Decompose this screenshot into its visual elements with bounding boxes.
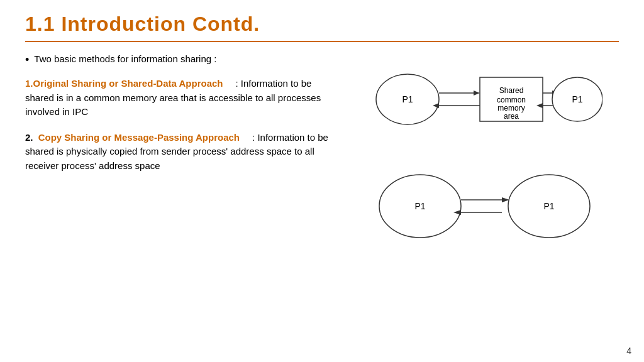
svg-text:P1: P1: [543, 201, 554, 211]
diagram1-p1-left: P1: [402, 94, 413, 104]
slide: 1.1 Introduction Contd. • Two basic meth…: [0, 0, 644, 362]
page-number: 4: [626, 346, 631, 356]
svg-text:P1: P1: [402, 94, 413, 104]
bullet-symbol: •: [25, 52, 29, 68]
svg-text:Shared: Shared: [499, 86, 523, 95]
svg-text:memory: memory: [497, 104, 525, 112]
diagram2: P1 P1: [364, 165, 602, 247]
svg-text:P1: P1: [414, 201, 425, 211]
title-divider: [25, 41, 619, 42]
svg-text:area: area: [504, 112, 519, 121]
diagram1-svg: P1 Shared common memory area: [364, 58, 602, 140]
slide-title: 1.1 Introduction Contd.: [25, 13, 619, 36]
text-section: • Two basic methods for information shar…: [25, 52, 340, 247]
approach1-block: 1.Original Sharing or Shared-Data Approa…: [25, 77, 340, 119]
diagram2-p1-right: P1: [543, 201, 554, 211]
approach2-block: 2. Copy Sharing or Message-Passing Appro…: [25, 131, 340, 173]
bullet-text: Two basic methods for information sharin…: [34, 52, 216, 67]
diagram2-svg: P1 P1: [364, 165, 602, 247]
diagrams-section: P1 Shared common memory area: [347, 52, 619, 247]
diagram2-p1-left: P1: [414, 201, 425, 211]
svg-marker-3: [474, 90, 480, 96]
approach1-title: 1.Original Sharing or Shared-Data Approa…: [25, 78, 223, 89]
bullet-point: • Two basic methods for information shar…: [25, 52, 340, 68]
approach2-title: Copy Sharing or Message-Passing Approach: [38, 132, 240, 143]
diagram1-p1-right: P1: [572, 94, 582, 104]
svg-text:P1: P1: [572, 94, 582, 104]
diagram1: P1 Shared common memory area: [364, 58, 602, 140]
svg-text:common: common: [497, 96, 526, 104]
content-area: • Two basic methods for information shar…: [25, 52, 619, 247]
approach2-number: 2.: [25, 132, 33, 143]
